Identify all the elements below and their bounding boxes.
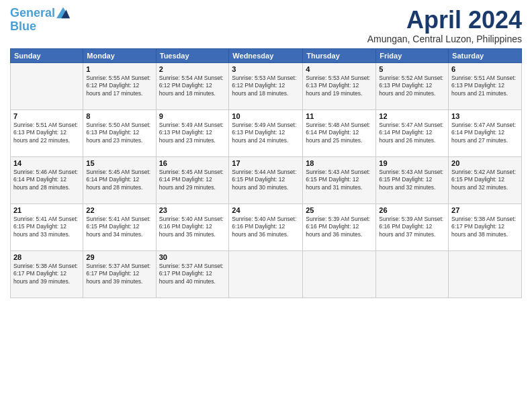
month-title: April 2024	[367, 7, 522, 34]
day-number: 8	[86, 112, 152, 120]
day-number: 27	[451, 206, 519, 214]
calendar-week-3: 14Sunrise: 5:46 AM Sunset: 6:14 PM Dayli…	[11, 156, 522, 203]
day-number: 6	[451, 65, 519, 73]
table-row: 29Sunrise: 5:37 AM Sunset: 6:17 PM Dayli…	[83, 250, 156, 298]
col-saturday: Saturday	[449, 48, 522, 62]
day-info: Sunrise: 5:47 AM Sunset: 6:14 PM Dayligh…	[451, 122, 519, 146]
day-info: Sunrise: 5:53 AM Sunset: 6:12 PM Dayligh…	[232, 75, 300, 99]
day-info: Sunrise: 5:50 AM Sunset: 6:13 PM Dayligh…	[86, 122, 152, 146]
day-number: 23	[159, 206, 226, 214]
table-row: 30Sunrise: 5:37 AM Sunset: 6:17 PM Dayli…	[156, 250, 229, 298]
day-info: Sunrise: 5:43 AM Sunset: 6:15 PM Dayligh…	[379, 169, 445, 193]
day-info: Sunrise: 5:39 AM Sunset: 6:16 PM Dayligh…	[306, 216, 373, 240]
table-row: 9Sunrise: 5:49 AM Sunset: 6:13 PM Daylig…	[156, 109, 229, 156]
table-row: 5Sunrise: 5:52 AM Sunset: 6:13 PM Daylig…	[376, 62, 449, 109]
header-row: Sunday Monday Tuesday Wednesday Thursday…	[11, 48, 522, 62]
day-number: 7	[13, 112, 80, 120]
table-row: 17Sunrise: 5:44 AM Sunset: 6:15 PM Dayli…	[229, 156, 303, 203]
day-number: 19	[379, 159, 445, 167]
day-info: Sunrise: 5:40 AM Sunset: 6:16 PM Dayligh…	[232, 216, 300, 240]
table-row: 25Sunrise: 5:39 AM Sunset: 6:16 PM Dayli…	[303, 203, 376, 250]
col-sunday: Sunday	[11, 48, 83, 62]
day-number: 22	[86, 206, 152, 214]
day-number: 28	[13, 253, 80, 261]
day-number: 26	[379, 206, 445, 214]
day-number: 14	[13, 159, 80, 167]
logo-text-general: General	[10, 7, 70, 20]
title-block: April 2024 Amungan, Central Luzon, Phili…	[367, 7, 522, 44]
calendar-week-1: 1Sunrise: 5:55 AM Sunset: 6:12 PM Daylig…	[11, 62, 522, 109]
table-row: 23Sunrise: 5:40 AM Sunset: 6:16 PM Dayli…	[156, 203, 229, 250]
table-row: 22Sunrise: 5:41 AM Sunset: 6:15 PM Dayli…	[83, 203, 156, 250]
day-info: Sunrise: 5:49 AM Sunset: 6:13 PM Dayligh…	[159, 122, 226, 146]
table-row: 12Sunrise: 5:47 AM Sunset: 6:14 PM Dayli…	[376, 109, 449, 156]
day-info: Sunrise: 5:51 AM Sunset: 6:13 PM Dayligh…	[451, 75, 519, 99]
day-info: Sunrise: 5:38 AM Sunset: 6:17 PM Dayligh…	[451, 216, 519, 240]
table-row: 24Sunrise: 5:40 AM Sunset: 6:16 PM Dayli…	[229, 203, 303, 250]
day-info: Sunrise: 5:45 AM Sunset: 6:14 PM Dayligh…	[159, 169, 226, 193]
day-info: Sunrise: 5:43 AM Sunset: 6:15 PM Dayligh…	[306, 169, 373, 193]
table-row	[303, 250, 376, 298]
day-number: 15	[86, 159, 152, 167]
header: General Blue April 2024 Amungan, Central…	[10, 7, 522, 44]
table-row: 10Sunrise: 5:49 AM Sunset: 6:13 PM Dayli…	[229, 109, 303, 156]
table-row: 27Sunrise: 5:38 AM Sunset: 6:17 PM Dayli…	[449, 203, 522, 250]
table-row: 3Sunrise: 5:53 AM Sunset: 6:12 PM Daylig…	[229, 62, 303, 109]
day-info: Sunrise: 5:54 AM Sunset: 6:12 PM Dayligh…	[159, 75, 226, 99]
day-info: Sunrise: 5:49 AM Sunset: 6:13 PM Dayligh…	[232, 122, 300, 146]
day-info: Sunrise: 5:46 AM Sunset: 6:14 PM Dayligh…	[13, 169, 80, 193]
logo-text-blue: Blue	[10, 20, 70, 34]
day-number: 21	[13, 206, 80, 214]
day-info: Sunrise: 5:55 AM Sunset: 6:12 PM Dayligh…	[86, 75, 152, 99]
table-row: 16Sunrise: 5:45 AM Sunset: 6:14 PM Dayli…	[156, 156, 229, 203]
calendar-week-2: 7Sunrise: 5:51 AM Sunset: 6:13 PM Daylig…	[11, 109, 522, 156]
day-number: 18	[306, 159, 373, 167]
table-row: 15Sunrise: 5:45 AM Sunset: 6:14 PM Dayli…	[83, 156, 156, 203]
table-row: 26Sunrise: 5:39 AM Sunset: 6:16 PM Dayli…	[376, 203, 449, 250]
day-info: Sunrise: 5:42 AM Sunset: 6:15 PM Dayligh…	[451, 169, 519, 193]
calendar-week-4: 21Sunrise: 5:41 AM Sunset: 6:15 PM Dayli…	[11, 203, 522, 250]
day-info: Sunrise: 5:38 AM Sunset: 6:17 PM Dayligh…	[13, 263, 80, 287]
day-number: 17	[232, 159, 300, 167]
day-number: 1	[86, 65, 152, 73]
day-number: 3	[232, 65, 300, 73]
day-number: 24	[232, 206, 300, 214]
table-row: 20Sunrise: 5:42 AM Sunset: 6:15 PM Dayli…	[449, 156, 522, 203]
table-row	[376, 250, 449, 298]
day-number: 13	[451, 112, 519, 120]
table-row	[449, 250, 522, 298]
logo-icon	[56, 7, 70, 19]
table-row: 4Sunrise: 5:53 AM Sunset: 6:13 PM Daylig…	[303, 62, 376, 109]
day-number: 16	[159, 159, 226, 167]
day-info: Sunrise: 5:47 AM Sunset: 6:14 PM Dayligh…	[379, 122, 445, 146]
table-row: 19Sunrise: 5:43 AM Sunset: 6:15 PM Dayli…	[376, 156, 449, 203]
calendar-week-5: 28Sunrise: 5:38 AM Sunset: 6:17 PM Dayli…	[11, 250, 522, 298]
day-number: 30	[159, 253, 226, 261]
calendar-table: Sunday Monday Tuesday Wednesday Thursday…	[10, 48, 522, 298]
day-info: Sunrise: 5:44 AM Sunset: 6:15 PM Dayligh…	[232, 169, 300, 193]
day-info: Sunrise: 5:37 AM Sunset: 6:17 PM Dayligh…	[159, 263, 226, 287]
day-info: Sunrise: 5:41 AM Sunset: 6:15 PM Dayligh…	[13, 216, 80, 240]
day-info: Sunrise: 5:51 AM Sunset: 6:13 PM Dayligh…	[13, 122, 80, 146]
day-number: 20	[451, 159, 519, 167]
day-number: 25	[306, 206, 373, 214]
day-info: Sunrise: 5:40 AM Sunset: 6:16 PM Dayligh…	[159, 216, 226, 240]
table-row: 2Sunrise: 5:54 AM Sunset: 6:12 PM Daylig…	[156, 62, 229, 109]
day-number: 4	[306, 65, 373, 73]
table-row: 21Sunrise: 5:41 AM Sunset: 6:15 PM Dayli…	[11, 203, 83, 250]
day-info: Sunrise: 5:52 AM Sunset: 6:13 PM Dayligh…	[379, 75, 445, 99]
location: Amungan, Central Luzon, Philippines	[367, 34, 522, 44]
table-row: 14Sunrise: 5:46 AM Sunset: 6:14 PM Dayli…	[11, 156, 83, 203]
day-number: 29	[86, 253, 152, 261]
day-info: Sunrise: 5:48 AM Sunset: 6:14 PM Dayligh…	[306, 122, 373, 146]
col-thursday: Thursday	[303, 48, 376, 62]
table-row: 8Sunrise: 5:50 AM Sunset: 6:13 PM Daylig…	[83, 109, 156, 156]
col-friday: Friday	[376, 48, 449, 62]
table-row: 28Sunrise: 5:38 AM Sunset: 6:17 PM Dayli…	[11, 250, 83, 298]
day-info: Sunrise: 5:41 AM Sunset: 6:15 PM Dayligh…	[86, 216, 152, 240]
day-info: Sunrise: 5:53 AM Sunset: 6:13 PM Dayligh…	[306, 75, 373, 99]
col-tuesday: Tuesday	[156, 48, 229, 62]
day-info: Sunrise: 5:45 AM Sunset: 6:14 PM Dayligh…	[86, 169, 152, 193]
table-row	[229, 250, 303, 298]
table-row: 13Sunrise: 5:47 AM Sunset: 6:14 PM Dayli…	[449, 109, 522, 156]
